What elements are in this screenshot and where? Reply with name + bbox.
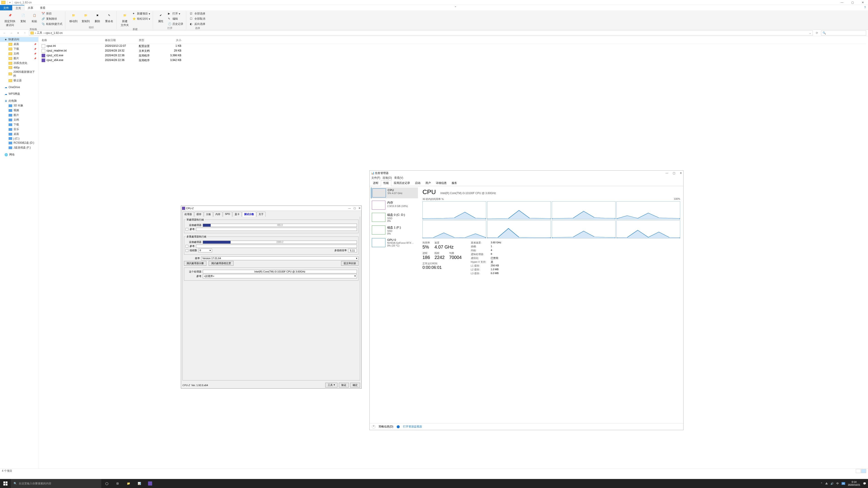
up-button[interactable]: ↑ — [22, 30, 28, 36]
tm-tab[interactable]: 服务 — [449, 180, 460, 186]
nav-quick-item[interactable]: 桌面📌 — [0, 42, 38, 46]
multi-ref-checkbox[interactable] — [186, 245, 188, 248]
breadcrumb-dropdown-icon[interactable]: ⌄ — [809, 31, 811, 35]
nav-quick-item[interactable]: 480p — [0, 66, 38, 70]
nav-pc-item[interactable]: J盘游戏盘 (F:) — [0, 145, 38, 150]
nav-pc-item[interactable]: 3D 对象 — [0, 103, 38, 108]
close-button[interactable]: ✕ — [858, 0, 868, 5]
nav-quick-item[interactable]: 2080S最新驱动下的 — [0, 70, 38, 78]
tm-tab[interactable]: 启动 — [412, 180, 423, 186]
tab-share[interactable]: 共享 — [24, 5, 37, 10]
tm-side-disk0[interactable]: 磁盘 0 (C: D:)SSD0% — [371, 212, 418, 223]
task-view-button[interactable]: ◯ — [101, 479, 112, 488]
nav-pc-item[interactable]: 桌面 — [0, 132, 38, 136]
cpuz-tab[interactable]: 缓存 — [194, 212, 204, 217]
icons-view-button[interactable] — [861, 469, 866, 473]
network-icon[interactable]: 🖧 — [825, 482, 828, 485]
rename-button[interactable]: ✎重命名 — [104, 11, 115, 24]
tm-minimize-button[interactable]: — — [665, 171, 668, 175]
tm-side-disk1[interactable]: 磁盘 1 (F:)SSD0% — [371, 225, 418, 236]
file-row[interactable]: cpuz_readme.txt2020/4/28 19:32文本文档29 KB — [40, 48, 866, 53]
action-center-icon[interactable]: 💬 — [863, 482, 866, 485]
collapse-icon[interactable]: ⌃ — [372, 425, 375, 429]
paste-shortcut-button[interactable]: 📎粘贴快捷方式 — [41, 22, 63, 26]
properties-button[interactable]: ✔属性 — [156, 11, 166, 24]
qat-dropdown-icon[interactable]: ▾ — [9, 1, 11, 4]
pin-to-quick-button[interactable]: 📌固定到快 速访问 — [3, 11, 17, 28]
ok-button[interactable]: 确定 — [350, 383, 360, 387]
tab-home[interactable]: 主页 — [12, 5, 24, 10]
nav-quick-item[interactable]: 文档📌 — [0, 51, 38, 56]
file-row[interactable]: cpuz_x32.exe2020/4/28 22:36应用程序3,398 KB — [40, 53, 866, 58]
nav-pc-item[interactable]: 图片 — [0, 113, 38, 118]
nav-quick-item[interactable]: 吸尘器 — [0, 78, 38, 83]
cpuz-tab[interactable]: 测试分数 — [242, 212, 256, 217]
cpuz-tab[interactable]: SPD — [223, 212, 232, 217]
cpuz-close-button[interactable]: ✕ — [359, 207, 361, 210]
open-button[interactable]: ▶打开 ▾ — [167, 11, 184, 16]
cpuz-maximize-button[interactable]: ▢ — [353, 207, 356, 210]
file-row[interactable]: cpuz_x64.exe2020/4/28 22:36应用程序3,942 KB — [40, 58, 866, 63]
fewer-details-link[interactable]: 简略信息(D) — [379, 425, 393, 429]
nav-quick-access[interactable]: ★快速访问 — [0, 37, 38, 42]
select-all-button[interactable]: ☑全部选择 — [189, 11, 206, 16]
nav-pc-item[interactable]: 文档 — [0, 118, 38, 122]
nav-quick-item[interactable]: 下载📌 — [0, 46, 38, 51]
ribbon-help-icon[interactable]: ? — [862, 5, 868, 10]
tm-side-mem[interactable]: 内存2.9/15.9 GB (18%) — [371, 200, 418, 210]
refresh-button[interactable]: ⟳ — [814, 30, 819, 36]
col-date[interactable]: 修改日期 — [103, 38, 137, 43]
tm-maximize-button[interactable]: ▢ — [673, 171, 675, 175]
new-item-button[interactable]: ✦新建项目 ▾ — [131, 11, 151, 16]
threads-checkbox[interactable] — [186, 249, 188, 252]
copy-path-button[interactable]: 🔗复制路径 — [41, 17, 63, 21]
tm-menu-view[interactable]: 查看(V) — [394, 176, 403, 180]
tm-tab[interactable]: 用户 — [423, 180, 433, 186]
tab-view[interactable]: 查看 — [37, 5, 49, 10]
nav-pc-item[interactable]: j (C:) — [0, 136, 38, 140]
cut-button[interactable]: ✂️剪切 — [41, 11, 63, 16]
nav-onedrive[interactable]: ☁OneDrive — [0, 85, 38, 89]
taskbar-search[interactable]: 🔍 在这里输入你要搜索的内容 — [11, 479, 101, 488]
tm-tab[interactable]: 应用历史记录 — [391, 180, 412, 186]
details-view-button[interactable] — [856, 469, 861, 473]
nav-pc-item[interactable]: 视频 — [0, 108, 38, 113]
col-name[interactable]: 名称 — [40, 38, 103, 43]
history-button[interactable]: 🕘历史记录 — [167, 22, 184, 26]
cpuz-tab[interactable]: 处理器 — [182, 212, 194, 217]
tm-side-gpu[interactable]: GPU 0NVIDIA GeForce RTX ..0% (33 °C) — [371, 237, 418, 248]
nav-this-pc[interactable]: 🖥此电脑 — [0, 98, 38, 103]
copy-to-button[interactable]: 📁复制到 — [80, 11, 91, 24]
reference-select[interactable]: <請選擇>▾ — [203, 274, 357, 278]
delete-button[interactable]: ✖删除 — [92, 11, 102, 24]
nav-quick-item[interactable]: 20系负优化 — [0, 61, 38, 66]
nav-pc-item[interactable]: 音乐 — [0, 127, 38, 132]
cpuz-taskbar-button[interactable] — [145, 479, 156, 488]
minimize-button[interactable]: — — [837, 0, 847, 5]
open-resource-monitor-link[interactable]: 打开资源监视器 — [403, 425, 422, 429]
maximize-button[interactable]: ▢ — [847, 0, 858, 5]
nav-pc-item[interactable]: 下载 — [0, 122, 38, 127]
recent-dropdown[interactable]: ▾ — [16, 30, 21, 36]
cortana-button[interactable]: ⊟ — [112, 479, 123, 488]
taskmgr-taskbar-button[interactable]: 📊 — [134, 479, 145, 488]
threads-select[interactable]: 8▾ — [198, 249, 212, 252]
invert-selection-button[interactable]: ◐反向选择 — [189, 22, 206, 26]
start-button[interactable] — [0, 479, 11, 488]
ribbon-collapse-icon[interactable]: ⌃ — [452, 5, 459, 10]
tray-overflow-icon[interactable]: ⌃ — [820, 482, 823, 485]
tm-tab[interactable]: 详细信息 — [433, 180, 449, 186]
explorer-taskbar-button[interactable]: 📁 — [123, 479, 134, 488]
stress-cpu-button[interactable]: 測試處理器穩定度 — [209, 261, 234, 266]
bench-cpu-button[interactable]: 測試處理器分數 — [184, 261, 206, 266]
col-type[interactable]: 类型 — [137, 38, 164, 43]
nav-pc-item[interactable]: RC500戏2盘 (D:) — [0, 140, 38, 145]
tm-menu-options[interactable]: 选项(O) — [382, 176, 392, 180]
ime-icon[interactable]: 中 — [836, 482, 839, 485]
tm-side-cpu[interactable]: CPU5% 4.07 GHz — [371, 188, 418, 198]
benchmark-version-select[interactable]: Version 17.01.64▾ — [201, 256, 359, 260]
forward-button[interactable]: → — [8, 30, 14, 36]
volume-icon[interactable]: 🔊 — [831, 482, 834, 485]
cpuz-tab[interactable]: 关于 — [256, 212, 266, 217]
tm-tab[interactable]: 进程 — [370, 180, 381, 186]
